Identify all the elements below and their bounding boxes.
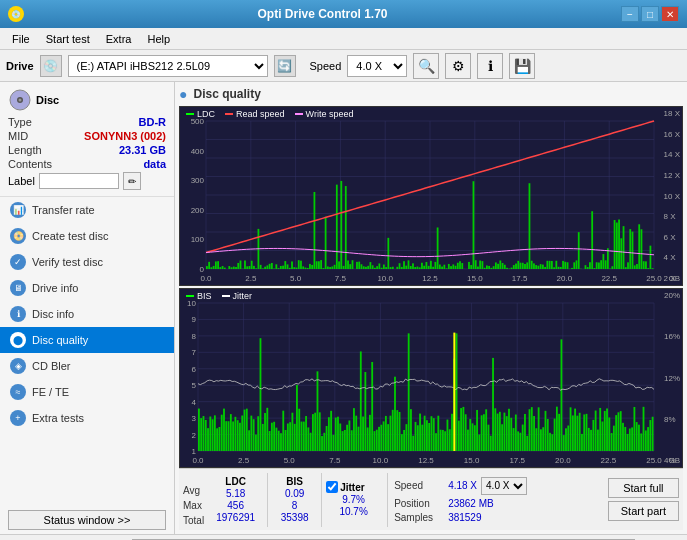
sidebar-item-drive-info[interactable]: 🖥 Drive info <box>0 275 174 301</box>
disc-image-icon <box>8 88 32 112</box>
sidebar-item-label: Disc quality <box>32 334 88 346</box>
disc-quality-title: Disc quality <box>193 87 260 101</box>
ldc-avg: 5.18 <box>208 488 263 499</box>
disc-length-row: Length 23.31 GB <box>8 144 166 156</box>
right-panel: ● Disc quality LDC Read speed <box>175 82 687 534</box>
charts-container: LDC Read speed Write speed 18 X 16 X 1 <box>179 106 683 468</box>
drive-bar: Drive 💿 (E:) ATAPI iHBS212 2.5L09 🔄 Spee… <box>0 50 687 82</box>
sidebar-item-verify-test-disc[interactable]: ✓ Verify test disc <box>0 249 174 275</box>
transfer-rate-icon: 📊 <box>10 202 26 218</box>
read-speed-dot <box>225 113 233 115</box>
start-buttons: Start full Start part <box>602 478 679 521</box>
stats-speed-row: Speed 4.18 X 4.0 X 2.0 X 8.0 X <box>394 477 598 495</box>
stats-ldc-col: LDC 5.18 456 1976291 <box>208 476 263 523</box>
main-layout: Disc Type BD-R MID SONYNN3 (002) Length … <box>0 82 687 534</box>
jitter-max: 10.7% <box>326 506 381 517</box>
maximize-button[interactable]: □ <box>641 6 659 22</box>
disc-quality-icon: ⬤ <box>10 332 26 348</box>
sidebar-item-create-test-disc[interactable]: 📀 Create test disc <box>0 223 174 249</box>
ldc-total: 1976291 <box>208 512 263 523</box>
chart2-legend: BIS Jitter <box>186 291 252 301</box>
disc-label-input[interactable] <box>39 173 119 189</box>
sidebar-item-extra-tests[interactable]: + Extra tests <box>0 405 174 431</box>
drive-select[interactable]: (E:) ATAPI iHBS212 2.5L09 <box>68 55 268 77</box>
speed-select[interactable]: 4.0 X 1.0 X 2.0 X 6.0 X 8.0 X <box>347 55 407 77</box>
window-controls: − □ ✕ <box>621 6 679 22</box>
stats-position-row: Position 23862 MB <box>394 498 598 509</box>
disc-length-value: 23.31 GB <box>119 144 166 156</box>
disc-type-row: Type BD-R <box>8 116 166 128</box>
minimize-button[interactable]: − <box>621 6 639 22</box>
chart2-y-axis-right: 20% 16% 12% 8% 4% <box>664 289 680 467</box>
save-button[interactable]: 💾 <box>509 53 535 79</box>
disc-length-label: Length <box>8 144 42 156</box>
start-full-button[interactable]: Start full <box>608 478 679 498</box>
disc-section-label: Disc <box>36 94 59 106</box>
verify-test-disc-icon: ✓ <box>10 254 26 270</box>
sidebar-item-fe-te[interactable]: ≈ FE / TE <box>0 379 174 405</box>
disc-info-section: Disc Type BD-R MID SONYNN3 (002) Length … <box>0 82 174 197</box>
speed-label: Speed <box>310 60 342 72</box>
speed-stat-select[interactable]: 4.0 X 2.0 X 8.0 X <box>481 477 527 495</box>
drive-eject-icon[interactable]: 💿 <box>40 55 62 77</box>
menu-help[interactable]: Help <box>139 31 178 47</box>
sidebar-item-label: Create test disc <box>32 230 108 242</box>
drive-refresh-icon[interactable]: 🔄 <box>274 55 296 77</box>
jitter-col-header: Jitter <box>340 482 364 493</box>
chart-ldc: LDC Read speed Write speed 18 X 16 X 1 <box>179 106 683 286</box>
start-part-button[interactable]: Start part <box>608 501 679 521</box>
sidebar-item-label: FE / TE <box>32 386 69 398</box>
stats-labels: Avg Max Total <box>183 471 204 528</box>
jitter-checkbox[interactable] <box>326 481 338 493</box>
svg-point-2 <box>19 99 22 102</box>
jitter-chart-label: Jitter <box>233 291 253 301</box>
ldc-dot <box>186 113 194 115</box>
legend-write-speed: Write speed <box>295 109 354 119</box>
sidebar-item-cd-bler[interactable]: ◈ CD Bler <box>0 353 174 379</box>
disc-info-header: Disc <box>8 88 166 112</box>
menu-file[interactable]: File <box>4 31 38 47</box>
disc-contents-row: Contents data <box>8 158 166 170</box>
extra-tests-icon: + <box>10 410 26 426</box>
title-bar: 💿 Opti Drive Control 1.70 − □ ✕ <box>0 0 687 28</box>
drive-info-icon: 🖥 <box>10 280 26 296</box>
read-speed-label: Read speed <box>236 109 285 119</box>
sidebar-item-label: CD Bler <box>32 360 71 372</box>
stats-divider2 <box>321 473 322 527</box>
bis-total: 35398 <box>272 512 317 523</box>
drive-label: Drive <box>6 60 34 72</box>
disc-mid-label: MID <box>8 130 28 142</box>
menu-bar: File Start test Extra Help <box>0 28 687 50</box>
label-edit-button[interactable]: ✏ <box>123 172 141 190</box>
disc-label-row: Label ✏ <box>8 172 166 190</box>
ldc-label: LDC <box>197 109 215 119</box>
legend-read-speed: Read speed <box>225 109 285 119</box>
jitter-header-row: Jitter <box>326 481 381 493</box>
bis-avg: 0.09 <box>272 488 317 499</box>
sidebar-item-disc-quality[interactable]: ⬤ Disc quality <box>0 327 174 353</box>
nav-items: 📊 Transfer rate 📀 Create test disc ✓ Ver… <box>0 197 174 506</box>
stats-right-section: Speed 4.18 X 4.0 X 2.0 X 8.0 X Position … <box>394 477 598 523</box>
jitter-avg: 9.7% <box>326 494 381 505</box>
sidebar-item-label: Extra tests <box>32 412 84 424</box>
sidebar-item-label: Drive info <box>32 282 78 294</box>
total-label: Total <box>183 514 204 528</box>
info-button[interactable]: ℹ <box>477 53 503 79</box>
sidebar-item-label: Transfer rate <box>32 204 95 216</box>
settings-button[interactable]: ⚙ <box>445 53 471 79</box>
sidebar-item-transfer-rate[interactable]: 📊 Transfer rate <box>0 197 174 223</box>
legend-jitter: Jitter <box>222 291 253 301</box>
menu-extra[interactable]: Extra <box>98 31 140 47</box>
close-button[interactable]: ✕ <box>661 6 679 22</box>
ldc-col-header: LDC <box>208 476 263 487</box>
sidebar-item-disc-info[interactable]: ℹ Disc info <box>0 301 174 327</box>
status-window-button[interactable]: Status window >> <box>8 510 166 530</box>
samples-stat-label: Samples <box>394 512 444 523</box>
create-test-disc-icon: 📀 <box>10 228 26 244</box>
bis-label: BIS <box>197 291 212 301</box>
status-bar: Test completed 100.0% 33:14 <box>0 534 687 540</box>
scan-button[interactable]: 🔍 <box>413 53 439 79</box>
stats-jitter-col: Jitter 9.7% 10.7% <box>326 481 381 518</box>
disc-contents-label: Contents <box>8 158 52 170</box>
menu-start-test[interactable]: Start test <box>38 31 98 47</box>
